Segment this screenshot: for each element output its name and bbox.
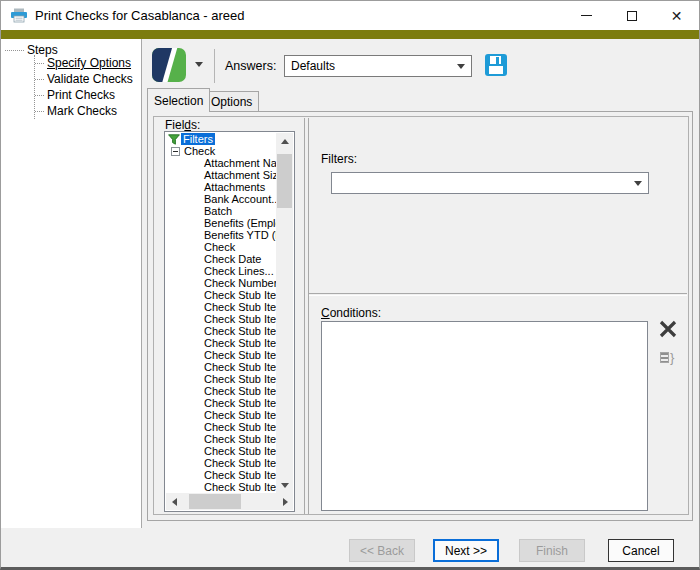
steps-panel: Steps Specify Options Validate Checks Pr… [1, 39, 142, 528]
field-item[interactable]: Check Number [166, 277, 276, 289]
horizontal-splitter [309, 293, 687, 296]
field-item[interactable]: Check Date [166, 253, 276, 265]
window-title: Print Checks for Casablanca - areed [35, 8, 245, 23]
group-conditions-button[interactable]: } [660, 350, 678, 365]
title-bar: Print Checks for Casablanca - areed ✕ [1, 1, 699, 30]
field-item[interactable]: Check Stub Ite [166, 301, 276, 313]
field-item[interactable]: Check Stub Ite [166, 385, 276, 397]
answers-value: Defaults [291, 59, 335, 73]
maximize-icon [627, 11, 637, 21]
field-item[interactable]: Check Stub Ite [166, 289, 276, 301]
field-item[interactable]: Attachment Na [166, 157, 276, 169]
aatrix-logo-icon [152, 48, 186, 82]
tab-options[interactable]: Options [204, 91, 259, 112]
field-item[interactable]: Attachments [166, 181, 276, 193]
finish-button[interactable]: Finish [519, 539, 585, 562]
floppy-disk-icon [490, 56, 501, 64]
field-item[interactable]: Benefits (Emplo [166, 217, 276, 229]
arrow-left-icon [172, 498, 177, 506]
chevron-down-icon [195, 62, 203, 67]
steps-item[interactable]: Specify Options [35, 55, 133, 71]
fields-label: Fields: [165, 118, 200, 132]
field-item[interactable]: Check Stub Ite [166, 445, 276, 457]
filter-icon [168, 134, 180, 145]
fields-tree: Filters Check Attachment Na Attachment S… [166, 133, 276, 493]
field-item[interactable]: Check Stub Ite [166, 481, 276, 493]
answers-label: Answers: [225, 59, 276, 73]
field-item[interactable]: Check Stub Ite [166, 313, 276, 325]
tree-item-filters[interactable]: Filters [166, 133, 276, 145]
collapse-minus-icon[interactable] [171, 147, 180, 156]
cancel-button[interactable]: Cancel [608, 539, 674, 562]
vertical-scroll-thumb[interactable] [277, 154, 292, 208]
field-children: Attachment Na Attachment Siz Attachments… [166, 157, 276, 493]
x-icon [657, 318, 679, 340]
steps-item[interactable]: Print Checks [35, 87, 133, 103]
close-button[interactable]: ✕ [654, 1, 699, 30]
field-item[interactable]: Check Lines... [166, 265, 276, 277]
arrow-down-icon [281, 483, 289, 488]
tab-selection[interactable]: Selection [147, 88, 210, 112]
conditions-list[interactable] [321, 321, 648, 511]
chevron-down-icon [634, 181, 642, 186]
chevron-down-icon [457, 64, 465, 69]
field-item[interactable]: Check Stub Ite [166, 361, 276, 373]
field-item[interactable]: Check Stub Ite [166, 373, 276, 385]
window-controls: ✕ [564, 1, 699, 30]
scroll-right-button[interactable] [277, 493, 293, 510]
fields-listbox[interactable]: Filters Check Attachment Na Attachment S… [164, 131, 295, 512]
field-item[interactable]: Check Stub Ite [166, 469, 276, 481]
field-item[interactable]: Batch [166, 205, 276, 217]
wizard-window: Print Checks for Casablanca - areed ✕ St… [0, 0, 700, 570]
accent-bar [1, 30, 699, 39]
back-button[interactable]: << Back [349, 539, 415, 562]
field-item[interactable]: Check Stub Ite [166, 349, 276, 361]
selected-field-label: Filters [181, 133, 215, 145]
field-item[interactable]: Benefits YTD (E [166, 229, 276, 241]
toolbar-separator [214, 49, 215, 83]
check-group-label: Check [184, 145, 215, 157]
scroll-down-button[interactable] [276, 477, 293, 493]
field-item[interactable]: Check Stub Ite [166, 397, 276, 409]
filters-combobox[interactable] [331, 172, 649, 194]
next-button[interactable]: Next >> [433, 539, 499, 562]
field-item[interactable]: Check Stub Ite [166, 457, 276, 469]
minimize-button[interactable] [564, 1, 609, 30]
tree-line [5, 50, 24, 51]
filters-label: Filters: [321, 152, 357, 166]
steps-item[interactable]: Mark Checks [35, 103, 133, 119]
scroll-left-button[interactable] [166, 493, 182, 510]
field-item[interactable]: Check Stub Ite [166, 325, 276, 337]
field-item[interactable]: Check [166, 241, 276, 253]
field-item[interactable]: Check Stub Ite [166, 337, 276, 349]
vertical-splitter [304, 118, 309, 514]
answers-combobox[interactable]: Defaults [284, 55, 472, 77]
field-item[interactable]: Bank Account... [166, 193, 276, 205]
save-button[interactable] [485, 54, 507, 76]
delete-condition-button[interactable] [657, 318, 679, 340]
field-item[interactable]: Check Stub Ite [166, 421, 276, 433]
printer-icon [10, 8, 28, 23]
list-brace-icon [660, 352, 669, 363]
close-icon: ✕ [671, 9, 683, 23]
conditions-label: Conditions: [321, 306, 381, 320]
logo-dropdown-button[interactable] [195, 62, 207, 72]
field-item[interactable]: Check Stub Ite [166, 433, 276, 445]
vertical-scrollbar[interactable] [276, 133, 293, 493]
horizontal-scroll-thumb[interactable] [189, 494, 241, 509]
steps-list: Specify Options Validate Checks Print Ch… [34, 55, 133, 119]
minimize-icon [581, 15, 592, 16]
arrow-up-icon [281, 139, 289, 144]
steps-item[interactable]: Validate Checks [35, 71, 133, 87]
arrow-right-icon [283, 498, 288, 506]
field-item[interactable]: Check Stub Ite [166, 409, 276, 421]
tree-item-check[interactable]: Check [166, 145, 276, 157]
template-logo-button[interactable] [149, 46, 190, 86]
horizontal-scrollbar[interactable] [166, 493, 293, 510]
scroll-up-button[interactable] [276, 133, 293, 149]
maximize-button[interactable] [609, 1, 654, 30]
field-item[interactable]: Attachment Siz [166, 169, 276, 181]
